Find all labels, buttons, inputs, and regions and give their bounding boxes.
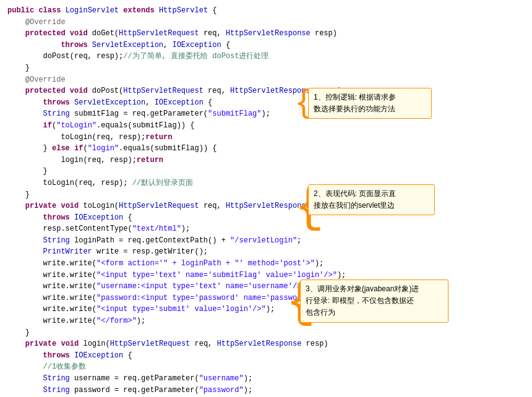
line-34: throws IOException {	[7, 350, 525, 362]
annotation-3-text: 3、调用业务对象(javabean对象)进 行登录: 即模型，不仅包含数据还 包…	[306, 284, 419, 317]
line-31: }	[7, 327, 525, 339]
line-36: String username = req.getParameter("user…	[7, 373, 525, 385]
line-1: public class LoginServlet extends HttpSe…	[7, 5, 525, 17]
line-15: login(req, resp);return	[7, 155, 525, 166]
code-container: public class LoginServlet extends HttpSe…	[0, 0, 532, 397]
line-21: throws IOException {	[7, 212, 525, 224]
annotation-1: 1、控制逻辑: 根据请求参 数选择要执行的功能方法	[308, 88, 432, 119]
line-22: resp.setContentType("text/html");	[7, 223, 525, 235]
line-2: @Override	[7, 17, 525, 28]
annotation-3: 3、调用业务对象(javabean对象)进 行登录: 即模型，不仅包含数据还 包…	[300, 280, 448, 323]
line-25: write.write("<form action='" + loginPath…	[7, 258, 525, 270]
code-block: public class LoginServlet extends HttpSe…	[7, 5, 525, 397]
line-33: private void login(HttpServletRequest re…	[7, 338, 525, 350]
line-9: protected void doPost(HttpServletRequest…	[7, 85, 525, 97]
line-11: String submitFlag = req.getParameter("su…	[7, 108, 525, 120]
line-14: } else if("login".equals(submitFlag)) {	[7, 143, 525, 155]
annotation-2-text: 2、表现代码: 页面显示直 接放在我们的servlet里边	[314, 189, 396, 210]
line-5: doPost(req, resp);//为了简单, 直接委托给 doPost进行…	[7, 51, 525, 62]
line-37: String password = req.getParameter("pass…	[7, 385, 525, 396]
line-3: protected void doGet(HttpServletRequest …	[7, 28, 525, 40]
annotation-2: 2、表现代码: 页面显示直 接放在我们的servlet里边	[308, 184, 435, 215]
line-17: toLogin(req, resp); //默认到登录页面	[7, 177, 525, 189]
line-20: private void toLogin(HttpServletRequest …	[7, 200, 525, 212]
line-6: }	[7, 62, 525, 74]
line-4: throws ServletException, IOException {	[7, 40, 525, 51]
line-23: String loginPath = req.getContextPath() …	[7, 235, 525, 247]
line-13: toLogin(req, resp);return	[7, 132, 525, 143]
line-24: PrintWriter write = resp.getWriter();	[7, 246, 525, 258]
annotation-1-text: 1、控制逻辑: 根据请求参 数选择要执行的功能方法	[314, 93, 396, 113]
line-8: @Override	[7, 74, 525, 86]
line-10: throws ServletException, IOException {	[7, 97, 525, 109]
line-16: }	[7, 166, 525, 177]
line-18: }	[7, 189, 525, 201]
line-12: if("toLogin".equals(submitFlag)) {	[7, 120, 525, 132]
line-35: //1收集参数	[7, 361, 525, 373]
